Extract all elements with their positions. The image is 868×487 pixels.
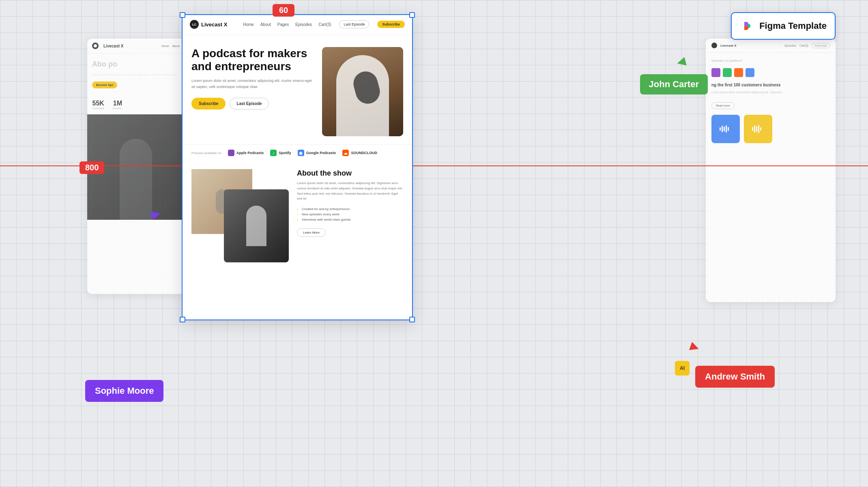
about-text: About the show Lorem ipsum dolor sit ame… (297, 169, 403, 262)
right-google-icon (746, 68, 754, 77)
badge-800: 800 (79, 161, 104, 174)
left-stat-label: Community (92, 107, 104, 109)
left-stat-num: 55K (92, 100, 104, 107)
left-card-stats: 55K Community 1M Podcast+ (87, 95, 185, 114)
red-guideline (0, 165, 868, 166)
left-card-brand: Livecast X (103, 44, 123, 48)
main-platforms: Podcast available on 🎵 Apple Podcasts ♪ … (182, 144, 413, 161)
google-podcast-label: Google Podcasts (306, 151, 336, 155)
main-nav-episodes: Episodes (295, 22, 312, 27)
andrew-smith-badge: Andrew Smith (695, 366, 775, 388)
main-nav-pages: Pages (277, 22, 289, 27)
right-subscribe-btn: Subscribe (812, 43, 830, 48)
right-body-text: Lorem ipsum dolor consectetur adipiscing… (711, 90, 830, 95)
right-logo-icon (711, 43, 717, 48)
audio-bar (756, 126, 757, 132)
right-apple-icon (711, 68, 720, 77)
hero-last-episode-btn[interactable]: Last Episode (230, 98, 269, 109)
right-card-content: episodes on platform! ng the first 100 c… (706, 53, 836, 149)
right-card-navbar: Livecast X Episodes Cart(3) Subscribe (706, 39, 836, 53)
main-nav-links: Home About Pages Episodes Cart(3) (243, 22, 331, 27)
figma-badge: Figma Template (731, 12, 836, 40)
audio-bar (726, 125, 727, 133)
about-list-item-2: New episodes every week (297, 212, 403, 217)
soundcloud-icon: ☁ (342, 150, 349, 156)
platforms-label: Podcast available on (191, 151, 221, 155)
right-brand: Livecast X (720, 44, 737, 47)
apple-podcast-label: Apple Podcasts (236, 151, 264, 155)
main-logo-icon: LC (190, 20, 199, 29)
badge-60: 60 (273, 4, 294, 17)
about-images (191, 169, 289, 262)
right-spotify-icon (723, 68, 732, 77)
figma-title: Figma Template (759, 21, 827, 31)
left-stat-label-2: Podcast+ (112, 107, 122, 109)
left-card-logo (92, 43, 99, 49)
audio-card-orange (744, 115, 772, 143)
google-podcast-icon: ◉ (298, 150, 304, 156)
audio-bar (752, 127, 753, 131)
soundcloud-label: SOUNDCLOUD (351, 151, 377, 155)
about-desc: Lorem ipsum dolor sit amet, consectetur … (297, 181, 403, 202)
main-hero-title: A podcast for makers and entrepreneurs (191, 47, 314, 73)
audio-wave-1 (720, 125, 732, 133)
audio-bar (722, 126, 723, 132)
hero-subscribe-btn[interactable]: Subscribe (191, 98, 226, 109)
main-nav-home: Home (243, 22, 254, 27)
about-title: About the show (297, 169, 403, 178)
right-soundcloud-icon (734, 68, 743, 77)
right-read-more: Read more (711, 102, 735, 109)
main-preview-card: LC Livecast X Home About Pages Episodes … (182, 14, 413, 320)
main-hero-buttons: Subscribe Last Episode (191, 98, 314, 109)
right-preview-card: Livecast X Episodes Cart(3) Subscribe ep… (706, 39, 836, 302)
main-about: About the show Lorem ipsum dolor sit ame… (182, 161, 413, 270)
left-card-navbar: Livecast X Home About (87, 39, 185, 54)
main-nav-cart: Cart(3) (318, 22, 331, 27)
left-card-become-btn: Become Spo (92, 82, 117, 88)
spotify-label: Spotify (279, 151, 291, 155)
left-stat-community: 55K Community (92, 100, 104, 109)
platform-soundcloud: ☁ SOUNDCLOUD (342, 150, 377, 156)
right-audio-row (711, 115, 830, 143)
main-logo: LC Livecast X (190, 20, 227, 29)
main-hero-text: A podcast for makers and entrepreneurs L… (191, 47, 314, 109)
audio-card-blue (711, 115, 740, 143)
left-stat-podcast: 1M Podcast+ (112, 100, 122, 109)
audio-bar (728, 127, 729, 131)
main-hero: A podcast for makers and entrepreneurs L… (182, 35, 413, 144)
figma-logo-icon (740, 19, 754, 33)
right-card-platforms (711, 68, 830, 77)
platform-google: ◉ Google Podcasts (298, 150, 336, 156)
main-nav-last-episode-btn[interactable]: Last Episode (339, 20, 369, 28)
right-nav-cart: Cart(3) (799, 44, 808, 47)
about-list-item-1: Created for and by entrepreneurs (297, 206, 403, 212)
platform-spotify: ♪ Spotify (270, 150, 291, 156)
svg-point-0 (94, 44, 97, 47)
cursor-red: ▶ (689, 339, 702, 354)
right-nav-episodes: Episodes (784, 44, 796, 47)
right-card-text: episodes on platform! (711, 58, 830, 63)
about-list-item-3: Interviews with world-class guests (297, 217, 403, 222)
learn-more-btn[interactable]: Learn More (297, 228, 326, 237)
audio-bar (758, 125, 759, 133)
audio-wave-2 (752, 125, 764, 133)
about-list: Created for and by entrepreneurs New epi… (297, 206, 403, 222)
main-nav-subscribe-btn[interactable]: Subscribe (377, 21, 405, 28)
about-image-2 (224, 189, 289, 262)
main-hero-desc: Lorem ipsum dolor sit amet, consectetur … (191, 78, 314, 90)
john-carter-badge: John Carter (640, 74, 708, 94)
left-card-hero-title: Abo po (92, 60, 180, 69)
spotify-icon: ♪ (270, 150, 277, 156)
main-logo-text: Livecast X (201, 21, 227, 28)
left-nav-home: Home (161, 45, 169, 47)
main-hero-image (322, 47, 403, 136)
main-navbar: LC Livecast X Home About Pages Episodes … (182, 14, 413, 35)
mic-silhouette (120, 139, 152, 220)
main-nav-about: About (260, 22, 271, 27)
ai-icon: AI (675, 361, 690, 375)
platform-apple: 🎵 Apple Podcasts (228, 150, 264, 156)
left-nav-about: About (172, 45, 180, 47)
left-card-nav-links: Home About (161, 45, 180, 47)
left-card-hero-text: Lorem ipsum dolor sit amet, neque nunc, … (92, 73, 180, 76)
sophie-moore-badge: Sophie Moore (85, 380, 163, 402)
